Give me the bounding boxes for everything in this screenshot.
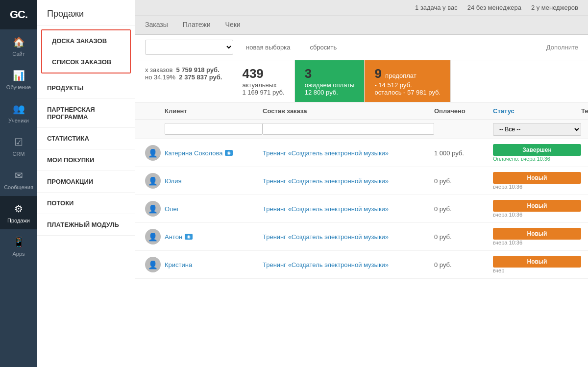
- filter-extra-cell: [581, 123, 588, 136]
- status-badge: Новый: [493, 172, 581, 184]
- stat-total-label2: но 34.19% 2 375 837 руб.: [145, 73, 222, 81]
- client-name[interactable]: Кристина: [165, 261, 263, 269]
- stat-prepaid-label: предоплат: [385, 72, 416, 79]
- sidebar-item-messages[interactable]: ✉ Сообщения: [0, 163, 37, 196]
- avatar: 👤: [145, 173, 161, 189]
- status-badge: Новый: [493, 256, 581, 268]
- filter-status-select[interactable]: -- Все --: [493, 123, 581, 136]
- order-link[interactable]: Тренинг «Создатель электронной музыки»: [263, 149, 434, 157]
- stat-awaiting: 3 ожидаем оплаты 12 800 руб.: [295, 60, 365, 102]
- main-content: 1 задача у вас 24 без менеджера 2 у мене…: [135, 0, 588, 367]
- crm-icon: ☑: [12, 135, 25, 149]
- filter-amount-cell: [434, 123, 493, 136]
- avatar: 👤: [145, 257, 161, 272]
- status-cell: Новый вчера 10:36: [493, 228, 581, 245]
- stat-actual-number: 439: [242, 66, 263, 81]
- tab-checks[interactable]: Чеки: [225, 16, 241, 34]
- submenu: Продажи ДОСКА ЗАКАЗОВ СПИСОК ЗАКАЗОВ ПРО…: [37, 0, 135, 367]
- sidebar-item-crm[interactable]: ☑ CRM: [0, 129, 37, 163]
- avatar: 👤: [145, 229, 161, 245]
- filter-avatar-cell: [145, 123, 165, 136]
- sidebar-item-label: Продажи: [7, 218, 30, 223]
- more-options-link[interactable]: Дополните: [546, 44, 578, 51]
- table-filter-row: -- Все --: [135, 120, 588, 139]
- highlighted-menu-group: ДОСКА ЗАКАЗОВ СПИСОК ЗАКАЗОВ: [41, 29, 131, 73]
- tab-orders[interactable]: Заказы: [145, 16, 168, 34]
- table-row: 👤 Олег Тренинг «Создатель электронной му…: [135, 195, 588, 223]
- submenu-item-partner[interactable]: ПАРТНЕРСКАЯ ПРОГРАММА: [37, 99, 135, 128]
- filter-bar: новая выборка сбросить Дополните: [135, 35, 588, 60]
- sidebar-item-label: Сайт: [12, 51, 24, 57]
- filter-select[interactable]: [145, 40, 233, 55]
- order-amount: 0 руб.: [434, 261, 493, 269]
- filter-client-cell: [165, 123, 263, 136]
- stat-actual-label: актуальных: [242, 81, 284, 89]
- col-extra: Те: [581, 107, 588, 115]
- submenu-title: Продажи: [37, 0, 135, 25]
- client-name[interactable]: Катерина Соколова ◉: [165, 149, 263, 157]
- client-name[interactable]: Антон ◉: [165, 233, 263, 241]
- col-status: Статус: [493, 107, 581, 115]
- table-row: 👤 Катерина Соколова ◉ Тренинг «Создатель…: [135, 139, 588, 167]
- orders-table: Клиент Состав заказа Оплачено Статус Те …: [135, 102, 588, 367]
- sidebar-item-site[interactable]: 🏠 Сайт: [0, 29, 37, 63]
- submenu-item-stats[interactable]: СТАТИСТИКА: [37, 128, 135, 149]
- status-subtext: Оплачено: вчера 10:36: [493, 156, 581, 162]
- submenu-item-payment[interactable]: ПЛАТЕЖНЫЙ МОДУЛЬ: [37, 214, 135, 236]
- order-link[interactable]: Тренинг «Создатель электронной музыки»: [263, 205, 434, 213]
- col-client: Клиент: [165, 107, 263, 115]
- status-cell: Завершен Оплачено: вчера 10:36: [493, 144, 581, 162]
- new-selection-button[interactable]: новая выборка: [239, 41, 297, 54]
- order-amount: 0 руб.: [434, 233, 493, 241]
- sidebar-item-learning[interactable]: 📊 Обучение: [0, 63, 37, 96]
- task-count: 1 задача у вас: [415, 4, 458, 11]
- no-manager-count: 24 без менеджера: [467, 4, 521, 11]
- client-name-text: Кристина: [165, 261, 192, 269]
- client-name[interactable]: Юлия: [165, 177, 263, 185]
- status-badge: Новый: [493, 200, 581, 212]
- status-cell: Новый вчер: [493, 256, 581, 273]
- reset-button[interactable]: сбросить: [303, 41, 343, 54]
- home-icon: 🏠: [12, 35, 25, 49]
- order-link[interactable]: Тренинг «Создатель электронной музыки»: [263, 177, 434, 185]
- tab-payments[interactable]: Платежи: [183, 16, 211, 34]
- learning-icon: 📊: [12, 69, 25, 82]
- client-name-text: Юлия: [165, 177, 181, 185]
- table-header: Клиент Состав заказа Оплачено Статус Те: [135, 102, 588, 120]
- client-name-text: Олег: [165, 205, 179, 213]
- submenu-item-board[interactable]: ДОСКА ЗАКАЗОВ: [42, 30, 130, 51]
- sidebar-item-students[interactable]: 👥 Ученики: [0, 96, 37, 129]
- filter-order-cell: [263, 123, 434, 136]
- sidebar-item-label: Ученики: [8, 118, 29, 123]
- avatar: 👤: [145, 201, 161, 217]
- client-name-text: Антон: [165, 233, 182, 241]
- client-name[interactable]: Олег: [165, 205, 263, 213]
- stat-awaiting-number: 3: [305, 66, 312, 81]
- submenu-item-purchases[interactable]: МОИ ПОКУПКИ: [37, 149, 135, 171]
- submenu-item-promo[interactable]: ПРОМОАКЦИИ: [37, 171, 135, 193]
- filter-order-input[interactable]: [263, 123, 434, 135]
- status-cell: Новый вчера 10:36: [493, 172, 581, 190]
- order-link[interactable]: Тренинг «Создатель электронной музыки»: [263, 233, 434, 241]
- status-subtext: вчера 10:36: [493, 240, 581, 245]
- order-link[interactable]: Тренинг «Создатель электронной музыки»: [263, 261, 434, 269]
- order-amount: 0 руб.: [434, 177, 493, 185]
- order-amount: 1 000 руб.: [434, 149, 493, 157]
- sidebar-item-apps[interactable]: 📱 Apps: [0, 229, 37, 263]
- status-subtext: вчера 10:36: [493, 212, 581, 218]
- filter-client-input[interactable]: [165, 123, 263, 135]
- sidebar-item-sales[interactable]: ⚙ Продажи: [0, 196, 37, 229]
- sidebar-item-label: Обучение: [6, 84, 31, 90]
- stat-actual: 439 актуальных 1 169 971 руб.: [232, 60, 294, 102]
- apps-icon: 📱: [12, 235, 25, 249]
- submenu-item-list[interactable]: СПИСОК ЗАКАЗОВ: [42, 51, 130, 73]
- table-row: 👤 Кристина Тренинг «Создатель электронно…: [135, 251, 588, 279]
- submenu-item-products[interactable]: ПРОДУКТЫ: [37, 77, 135, 99]
- stat-prepaid-remaining: осталось - 57 981 руб.: [374, 89, 441, 96]
- submenu-item-flows[interactable]: ПОТОКИ: [37, 193, 135, 214]
- stat-total: х заказов 5 759 918 руб. но 34.19% 2 375…: [135, 60, 232, 102]
- status-cell: Новый вчера 10:36: [493, 200, 581, 218]
- sidebar-item-label: Apps: [12, 251, 24, 257]
- filter-status-cell: -- Все --: [493, 123, 581, 136]
- stats-row: х заказов 5 759 918 руб. но 34.19% 2 375…: [135, 60, 588, 102]
